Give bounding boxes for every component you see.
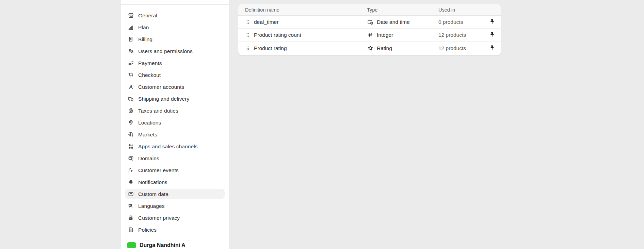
table-body: deal_timer Date and time 0 products Prod… xyxy=(238,16,501,55)
plan-chart-icon xyxy=(128,24,134,31)
sidebar-item-label: Policies xyxy=(138,227,157,233)
sidebar-item-label: Locations xyxy=(138,119,161,126)
sidebar-item-label: Taxes and duties xyxy=(138,107,178,114)
sidebar-item-billing[interactable]: Billing xyxy=(125,34,225,44)
shipping-truck-icon xyxy=(128,96,134,102)
table-header-row: Definition name Type Used in xyxy=(238,4,501,16)
type-label: Date and time xyxy=(377,19,410,25)
pin-icon xyxy=(489,31,495,38)
sidebar-item-label: Languages xyxy=(138,203,165,209)
sidebar-item-custom-data[interactable]: Custom data xyxy=(125,189,225,199)
markets-globe-icon: $ xyxy=(128,131,134,138)
settings-sidebar: General Plan Billing Users and permissio… xyxy=(121,0,229,249)
pin-icon xyxy=(489,45,495,52)
pin-button[interactable] xyxy=(487,17,497,27)
drag-handle-icon[interactable] xyxy=(245,46,251,51)
account-name: Durga Nandhini A xyxy=(140,242,186,248)
customer-privacy-lock-icon xyxy=(128,215,134,221)
metafield-definitions-card: Definition name Type Used in deal_timer … xyxy=(238,4,501,55)
sidebar-item-label: Payments xyxy=(138,60,162,66)
storefront-icon xyxy=(128,12,134,19)
sidebar-item-shipping-and-delivery[interactable]: Shipping and delivery xyxy=(125,94,225,104)
languages-icon: A☆ xyxy=(128,203,134,209)
sidebar-item-label: Custom data xyxy=(138,191,168,197)
sidebar-item-label: Customer events xyxy=(138,167,179,173)
sidebar-top-divider xyxy=(121,4,229,5)
customer-accounts-icon xyxy=(128,84,134,90)
sidebar-item-label: Plan xyxy=(138,24,149,31)
sidebar-item-general[interactable]: General xyxy=(125,10,225,20)
billing-receipt-icon xyxy=(128,36,134,43)
account-switcher[interactable]: Durga Nandhini A xyxy=(127,242,186,248)
sidebar-item-label: General xyxy=(138,12,157,19)
column-header-used-in: Used in xyxy=(438,7,483,13)
apps-channels-icon xyxy=(128,143,134,150)
drag-handle-icon[interactable] xyxy=(245,32,251,38)
sidebar-item-label: Checkout xyxy=(138,72,161,78)
sidebar-item-checkout[interactable]: Checkout xyxy=(125,70,225,80)
sidebar-item-label: Billing xyxy=(138,36,152,43)
column-header-type: Type xyxy=(364,7,438,13)
policies-icon xyxy=(128,227,134,233)
sidebar-item-customer-events[interactable]: Customer events xyxy=(125,165,225,175)
sidebar-item-users-and-permissions[interactable]: Users and permissions xyxy=(125,46,225,56)
column-header-definition-name: Definition name xyxy=(245,7,364,13)
sidebar-item-markets[interactable]: $ Markets xyxy=(125,129,225,139)
pin-button[interactable] xyxy=(487,44,497,53)
definition-name: Product rating xyxy=(254,45,287,51)
sidebar-item-customer-accounts[interactable]: Customer accounts xyxy=(125,82,225,92)
calendar-clock-icon xyxy=(367,19,374,26)
sidebar-item-domains[interactable]: Domains xyxy=(125,153,225,163)
sidebar-item-apps-and-sales-channels[interactable]: Apps and sales channels xyxy=(125,141,225,151)
locations-pin-icon xyxy=(128,119,134,126)
payments-icon xyxy=(128,60,134,66)
hash-icon xyxy=(367,32,374,38)
star-icon xyxy=(367,45,374,52)
settings-screen: General Plan Billing Users and permissio… xyxy=(0,0,644,249)
sidebar-item-policies[interactable]: Policies xyxy=(125,225,225,235)
sidebar-item-locations[interactable]: Locations xyxy=(125,117,225,128)
domains-icon xyxy=(128,155,134,162)
checkout-cart-icon xyxy=(128,72,134,78)
settings-nav: General Plan Billing Users and permissio… xyxy=(121,10,229,236)
sidebar-item-notifications[interactable]: Notifications xyxy=(125,177,225,187)
users-permissions-icon xyxy=(128,48,134,54)
drag-handle-icon[interactable] xyxy=(245,19,251,25)
sidebar-item-label: Notifications xyxy=(138,179,167,185)
type-label: Rating xyxy=(377,45,392,51)
table-row[interactable]: Product rating count Integer 12 products xyxy=(238,29,501,42)
table-row[interactable]: deal_timer Date and time 0 products xyxy=(238,16,501,29)
svg-text:$: $ xyxy=(131,134,133,137)
sidebar-item-plan[interactable]: Plan xyxy=(125,22,225,32)
sidebar-item-label: Customer accounts xyxy=(138,84,184,90)
sidebar-bottom-divider xyxy=(121,238,229,238)
sidebar-item-payments[interactable]: Payments xyxy=(125,58,225,68)
sidebar-item-label: Shipping and delivery xyxy=(138,96,189,102)
sidebar-item-label: Users and permissions xyxy=(138,48,193,54)
customer-events-icon xyxy=(128,167,134,173)
table-row[interactable]: Product rating Rating 12 products xyxy=(238,42,501,55)
definition-name: Product rating count xyxy=(254,32,301,38)
svg-text:A: A xyxy=(129,204,131,206)
avatar xyxy=(127,242,136,248)
sidebar-item-taxes-and-duties[interactable]: Taxes and duties xyxy=(125,105,225,116)
svg-text:☆: ☆ xyxy=(131,205,133,209)
taxes-duties-icon xyxy=(128,107,134,114)
sidebar-item-label: Customer privacy xyxy=(138,215,180,221)
pin-button[interactable] xyxy=(487,30,497,40)
notifications-bell-icon xyxy=(128,179,134,185)
used-in-value: 12 products xyxy=(438,45,483,51)
definition-name: deal_timer xyxy=(254,19,278,25)
used-in-value: 12 products xyxy=(438,32,483,38)
sidebar-item-label: Markets xyxy=(138,131,157,138)
used-in-value: 0 products xyxy=(438,19,483,25)
sidebar-item-customer-privacy[interactable]: Customer privacy xyxy=(125,213,225,223)
sidebar-item-label: Apps and sales channels xyxy=(138,143,198,150)
pin-icon xyxy=(489,18,495,26)
sidebar-item-label: Domains xyxy=(138,155,159,162)
custom-data-icon xyxy=(128,191,134,197)
type-label: Integer xyxy=(377,32,393,38)
sidebar-item-languages[interactable]: A☆ Languages xyxy=(125,201,225,211)
